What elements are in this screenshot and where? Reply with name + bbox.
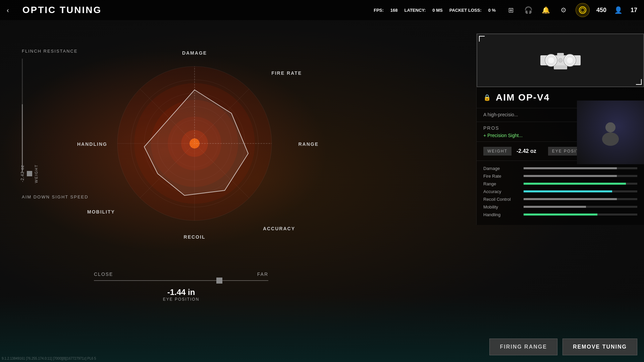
weight-unit-label: WEIGHT — [34, 164, 38, 183]
svg-point-32 — [602, 132, 619, 146]
stat-bar-track — [524, 190, 637, 192]
stat-bar-track — [524, 198, 637, 200]
svg-point-31 — [605, 122, 615, 132]
radar-label-damage: DAMAGE — [182, 50, 207, 56]
stat-name: Handling — [483, 212, 520, 217]
stat-name: Recoil Control — [483, 197, 520, 202]
optic-name: AIM OP-V4 — [496, 92, 550, 103]
performance-stats: FPS: 168 LATENCY: 0 MS PACKET LOSS: 0 % — [374, 8, 496, 13]
svg-rect-30 — [554, 65, 567, 69]
stat-bar-track — [524, 206, 637, 208]
eye-position-value: -1.44 in — [94, 288, 268, 297]
fps-label: FPS: — [374, 8, 384, 13]
bell-icon[interactable]: 🔔 — [541, 5, 551, 15]
radar-label-range: RANGE — [298, 141, 319, 147]
stat-bar-fill — [524, 214, 597, 216]
flinch-bar-track — [22, 59, 23, 173]
fps-value: 168 — [390, 8, 398, 13]
eye-position-track[interactable] — [94, 280, 268, 281]
stat-row: Range — [483, 181, 637, 186]
stat-name: Mobility — [483, 204, 520, 209]
svg-point-24 — [548, 57, 554, 64]
packet-loss-label: PACKET LOSS: — [449, 8, 482, 13]
packet-loss-value: 0 % — [488, 8, 496, 13]
tuning-weight-label: WEIGHT — [483, 147, 512, 156]
stat-bar-fill — [524, 175, 617, 177]
weight-thumb — [27, 171, 32, 176]
back-button[interactable]: ‹ — [7, 6, 9, 14]
grid-icon[interactable]: ⊞ — [506, 5, 517, 15]
svg-point-0 — [579, 7, 586, 13]
stat-bar-fill — [524, 206, 586, 208]
eye-position-slider-section: CLOSE FAR -1.44 in EYE POSITION — [94, 272, 268, 302]
player-level: 17 — [631, 7, 637, 14]
currency-icon — [579, 6, 587, 14]
person-silhouette — [597, 119, 624, 146]
latency-label: LATENCY: — [405, 8, 426, 13]
flinch-bar-fill — [22, 104, 23, 173]
stat-row: Recoil Control — [483, 197, 637, 202]
radar-chart-svg — [111, 60, 278, 227]
stat-bar-fill — [524, 190, 612, 192]
tuning-weight-value: -2.42 oz — [517, 148, 536, 154]
eye-position-unit: EYE POSITION — [94, 297, 268, 302]
currency-badge — [576, 3, 590, 17]
radar-label-handling: HANDLING — [77, 141, 107, 147]
stat-bar-fill — [524, 198, 617, 200]
stat-row: Damage — [483, 166, 637, 171]
stat-bar-track — [524, 175, 637, 177]
svg-point-1 — [581, 8, 585, 12]
stat-name: Damage — [483, 166, 520, 171]
optic-image-svg — [534, 44, 587, 77]
stat-row: Fire Rate — [483, 174, 637, 179]
player-icon[interactable]: 👤 — [613, 5, 624, 15]
stat-name: Fire Rate — [483, 174, 520, 179]
radar-chart-area: DAMAGE FIRE RATE RANGE ACCURACY RECOIL M… — [67, 44, 322, 245]
topbar: ‹ OPTIC TUNING FPS: 168 LATENCY: 0 MS PA… — [0, 0, 644, 20]
stat-bar-track — [524, 183, 637, 185]
optic-image-area — [477, 34, 644, 87]
radar-svg-container — [111, 60, 278, 229]
stat-bar-track — [524, 214, 637, 216]
svg-point-27 — [567, 57, 573, 64]
stat-row: Handling — [483, 212, 637, 217]
close-label: CLOSE — [94, 272, 113, 277]
stat-bar-fill — [524, 167, 617, 169]
streamer-cam — [577, 101, 644, 164]
settings-icon[interactable]: ⚙ — [558, 5, 569, 15]
page-title: OPTIC TUNING — [22, 5, 364, 15]
far-label: FAR — [257, 272, 268, 277]
stat-name: Range — [483, 181, 520, 186]
stat-name: Accuracy — [483, 189, 520, 194]
stat-row: Mobility — [483, 204, 637, 209]
lock-icon: 🔒 — [483, 94, 491, 101]
stat-bars-section: DamageFire RateRangeAccuracyRecoil Contr… — [477, 161, 644, 225]
stat-row: Accuracy — [483, 189, 637, 194]
stat-bar-track — [524, 167, 637, 169]
topbar-icons: ⊞ 🎧 🔔 ⚙ 450 👤 17 — [506, 3, 637, 17]
weight-vertical-label: -2.42 oz — [20, 165, 25, 182]
headphones-icon[interactable]: 🎧 — [523, 5, 534, 15]
eye-position-thumb[interactable] — [216, 278, 222, 284]
remove-tuning-button[interactable]: REMOVE TUNING — [562, 339, 637, 355]
bottom-buttons: FIRING RANGE REMOVE TUNING — [489, 339, 637, 355]
latency-value: 0 MS — [432, 8, 442, 13]
eye-position-value-display: -1.44 in EYE POSITION — [94, 288, 268, 302]
radar-label-recoil: RECOIL — [184, 234, 206, 240]
currency-value: 450 — [596, 7, 606, 14]
firing-range-button[interactable]: FIRING RANGE — [489, 339, 557, 355]
svg-point-28 — [558, 58, 562, 62]
svg-rect-29 — [557, 53, 564, 56]
weight-indicator: -2.42 oz WEIGHT — [20, 164, 38, 183]
debug-watermark: 9.1.2.13849161 [76.255.174.0:11] [7000][… — [2, 357, 96, 360]
stat-bar-fill — [524, 183, 626, 185]
